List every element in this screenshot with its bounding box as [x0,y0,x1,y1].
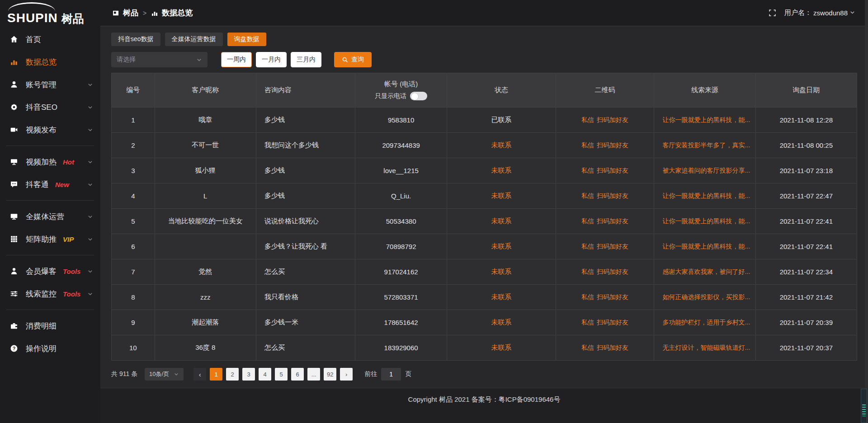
scan-add-friend-link[interactable]: 扫码加好友 [597,319,628,327]
page-button-2[interactable]: 2 [226,368,239,381]
cell-content: 多少钱？让我死心 看 [256,234,355,259]
breadcrumb-separator: > [143,9,146,17]
status-badge: 未联系 [447,310,556,335]
scan-add-friend-link[interactable]: 扫码加好友 [597,268,628,276]
cell-nickname: 哦章 [155,108,256,133]
breadcrumb: 树品 > 数据总览 [112,8,193,18]
page-button-4[interactable]: 4 [259,368,271,381]
sidebar-item-member-burst[interactable]: 会员爆客Tools [0,260,100,282]
page-button-92[interactable]: 92 [324,368,336,381]
range-quarter-button[interactable]: 三月内 [291,52,321,67]
side-widget[interactable] [861,389,867,423]
grid-icon [10,235,19,243]
sidebar-item-matrix-boost[interactable]: 矩阵助推VIP [0,228,100,250]
sidebar-item-douyin-seo[interactable]: 抖音SEO [0,96,100,118]
scan-add-friend-link[interactable]: 扫码加好友 [597,217,628,226]
sidebar-item-home[interactable]: 首页 [0,28,100,51]
cell-source: 让你一眼就爱上的黑科技，能... [654,183,755,209]
sidebar-item-video-publish[interactable]: 视频发布 [0,118,100,141]
tab-all-media-data[interactable]: 全媒体运营数据 [165,33,223,46]
scan-add-friend-link[interactable]: 扫码加好友 [597,344,628,352]
tab-douyin-seo-data[interactable]: 抖音seo数据 [111,33,160,46]
account-select[interactable]: 请选择 [111,52,208,67]
cell-source: 客厅安装投影半年多了，真实... [654,133,755,158]
scan-add-friend-link[interactable]: 扫码加好友 [597,192,628,200]
app-logo[interactable]: SHUPIN 树品 [0,0,100,27]
cell-id: 10 [112,335,155,361]
page-ellipsis[interactable]: ... [307,368,320,381]
sidebar-item-operation-guide[interactable]: ?操作说明 [0,337,100,360]
page-button-6[interactable]: 6 [291,368,304,381]
phone-only-label: 只显示电话 [375,92,406,100]
cell-date: 2021-11-07 22:47 [755,183,857,209]
bar-chart-icon [10,58,19,66]
status-badge: 未联系 [447,234,556,259]
chevron-down-icon [87,182,93,188]
sidebar-item-video-heat[interactable]: 视频加热Hot [0,150,100,173]
source-link[interactable]: 无主灯设计，智能磁吸轨道灯... [662,344,750,351]
breadcrumb-item-home[interactable]: 树品 [123,8,138,18]
prev-page-button[interactable]: ‹ [193,368,206,381]
chevron-down-icon [87,127,93,133]
page-button-5[interactable]: 5 [275,368,288,381]
sidebar-item-doukeitong[interactable]: 抖客通New [0,173,100,196]
side-widget-stripes [862,404,866,416]
private-message-link[interactable]: 私信 [581,268,594,276]
scan-add-friend-link[interactable]: 扫码加好友 [597,243,628,251]
fullscreen-icon[interactable] [769,9,776,17]
sidebar-item-label: 矩阵助推 [26,234,57,244]
status-badge: 未联系 [447,259,556,285]
page-button-3[interactable]: 3 [242,368,255,381]
source-link[interactable]: 让你一眼就爱上的黑科技，能... [662,243,750,250]
cell-id: 4 [112,183,155,209]
scan-add-friend-link[interactable]: 扫码加好友 [597,116,628,124]
source-link[interactable]: 客厅安装投影半年多了，真实... [662,141,750,149]
chevron-down-icon [87,291,93,297]
private-message-link[interactable]: 私信 [581,192,594,200]
private-message-link[interactable]: 私信 [581,243,594,251]
source-link[interactable]: 多功能护栏灯，适用于乡村文... [662,319,750,326]
scan-add-friend-link[interactable]: 扫码加好友 [597,293,628,301]
source-link[interactable]: 让你一眼就爱上的黑科技，能... [662,217,750,225]
table-header-row: 编号 客户昵称 咨询内容 帐号 (电话) 只显示电话 [112,73,857,108]
cell-date: 2021-11-08 12:28 [755,108,857,133]
sidebar-item-consume-detail[interactable]: 消费明细 [0,315,100,337]
wallet-icon [10,322,19,330]
phone-only-toggle[interactable] [410,92,427,100]
private-message-link[interactable]: 私信 [581,293,594,301]
chevron-down-icon [196,57,202,63]
private-message-link[interactable]: 私信 [581,344,594,352]
tab-inquiry-data[interactable]: 询盘数据 [227,33,266,46]
private-message-link[interactable]: 私信 [581,116,594,124]
private-message-link[interactable]: 私信 [581,319,594,327]
page-button-1[interactable]: 1 [210,368,222,381]
sidebar-item-data-overview[interactable]: 数据总览 [0,51,100,73]
page-size-select[interactable]: 10条/页 [145,368,184,381]
cell-qrcode: 私信 扫码加好友 [556,259,654,285]
data-tabs: 抖音seo数据 全媒体运营数据 询盘数据 [111,33,857,46]
range-week-button[interactable]: 一周内 [221,52,252,67]
query-button[interactable]: 查询 [334,52,372,67]
sidebar-item-all-media[interactable]: 全媒体运营 [0,205,100,228]
scan-add-friend-link[interactable]: 扫码加好友 [597,141,628,150]
chevron-down-icon [849,9,855,17]
range-month-button[interactable]: 一月内 [256,52,287,67]
goto-page-input[interactable] [381,368,401,381]
next-page-button[interactable]: › [340,368,353,381]
cell-content: 怎么买 [256,259,355,285]
scan-add-friend-link[interactable]: 扫码加好友 [597,167,628,175]
source-link[interactable]: 感谢大家喜欢我家，被问了好... [662,268,750,275]
private-message-link[interactable]: 私信 [581,217,594,226]
scrollbar[interactable] [865,0,868,423]
source-link[interactable]: 如何正确选择投影仪，买投影... [662,293,750,301]
source-link[interactable]: 让你一眼就爱上的黑科技，能... [662,192,750,199]
user-menu[interactable]: 用户名： zswodun88 [784,9,855,17]
source-link[interactable]: 被大家追着问的客厅投影分享... [662,167,750,174]
private-message-link[interactable]: 私信 [581,141,594,150]
breadcrumb-item-current[interactable]: 数据总览 [162,8,193,18]
private-message-link[interactable]: 私信 [581,167,594,175]
source-link[interactable]: 让你一眼就爱上的黑科技，能... [662,116,750,123]
status-badge: 未联系 [447,158,556,183]
sidebar-item-account-management[interactable]: 账号管理 [0,73,100,96]
sidebar-item-clue-monitor[interactable]: 线索监控Tools [0,282,100,305]
